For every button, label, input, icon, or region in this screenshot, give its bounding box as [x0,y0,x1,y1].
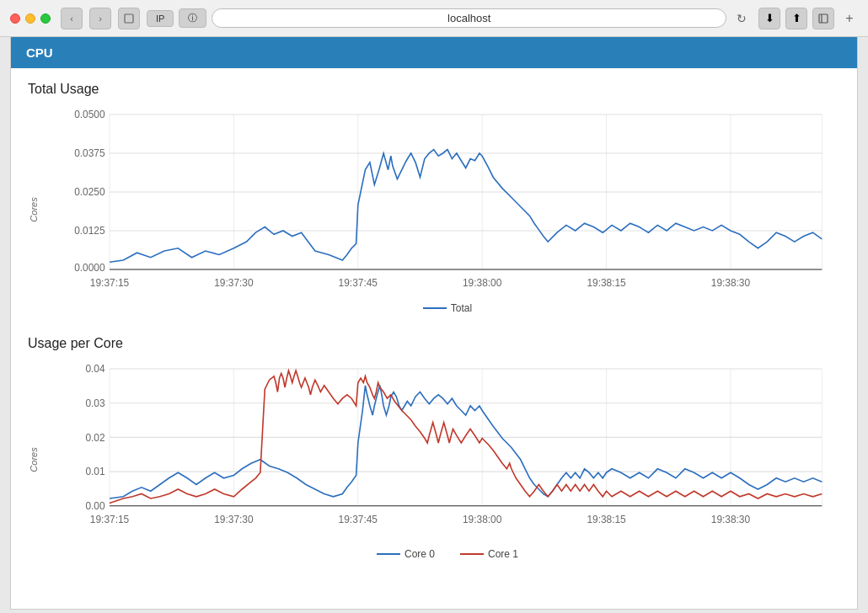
forward-button[interactable]: › [89,8,111,29]
total-usage-chart: 0.0500 0.0375 0.0250 0.0125 0.0000 19:37… [55,105,840,299]
svg-text:19:38:00: 19:38:00 [463,514,502,525]
svg-text:0.0000: 0.0000 [74,262,105,274]
svg-text:19:37:15: 19:37:15 [90,277,130,289]
cpu-header: CPU [11,37,857,68]
window-mode-button[interactable] [118,8,140,29]
address-bar[interactable]: localhost [212,8,726,28]
page-content: CPU Total Usage Cores [10,37,858,610]
svg-text:0.02: 0.02 [85,432,105,444]
svg-text:19:37:15: 19:37:15 [90,514,130,525]
svg-text:19:37:45: 19:37:45 [339,514,378,525]
total-usage-legend: Total [55,302,840,314]
svg-text:0.04: 0.04 [85,363,105,375]
svg-text:0.00: 0.00 [85,500,105,512]
svg-text:0.0375: 0.0375 [74,147,105,159]
core0-legend-item: Core 0 [377,548,435,560]
core1-legend-item: Core 1 [460,548,518,560]
browser-chrome: ‹ › IP ⓘ localhost ↻ ⬇ ⬆ + [0,0,868,37]
sidebar-button[interactable] [812,8,834,29]
core1-legend-line [460,553,484,555]
url-bar-area: IP ⓘ localhost ↻ [147,8,752,29]
svg-text:19:38:30: 19:38:30 [711,277,751,289]
maximize-button[interactable] [40,13,51,24]
svg-text:19:37:30: 19:37:30 [214,277,254,289]
usage-per-core-section: Usage per Core Cores [11,322,857,568]
toolbar-right: ⬇ ⬆ [758,8,834,29]
core0-legend-label: Core 0 [405,548,435,560]
svg-text:19:38:30: 19:38:30 [711,514,751,525]
ip-button[interactable]: IP [147,10,174,27]
share-button[interactable]: ⬆ [785,8,807,29]
close-button[interactable] [10,13,20,24]
svg-text:19:38:00: 19:38:00 [463,277,502,289]
svg-text:0.0125: 0.0125 [74,225,105,237]
core0-legend-line [377,553,400,555]
download-button[interactable]: ⬇ [758,8,780,29]
minimize-button[interactable] [25,13,35,24]
svg-rect-0 [125,14,133,23]
total-usage-y-label: Cores [29,197,39,221]
svg-text:19:38:15: 19:38:15 [587,514,626,525]
refresh-button[interactable]: ↻ [731,8,752,29]
svg-text:0.03: 0.03 [85,397,105,409]
svg-text:0.01: 0.01 [85,466,105,477]
total-legend-label: Total [451,302,472,314]
svg-text:0.0250: 0.0250 [74,186,105,198]
svg-text:19:37:45: 19:37:45 [339,277,378,289]
usage-per-core-title: Usage per Core [28,336,840,351]
usage-per-core-chart: 0.04 0.03 0.02 0.01 0.00 19:37:15 19:37:… [55,360,840,545]
svg-text:0.0500: 0.0500 [74,109,105,120]
traffic-lights [10,13,51,24]
per-core-y-label: Cores [29,447,39,472]
back-button[interactable]: ‹ [61,8,83,29]
total-usage-title: Total Usage [28,82,840,97]
total-legend-line [423,307,447,309]
total-legend-item: Total [423,302,472,314]
per-core-legend: Core 0 Core 1 [55,548,840,560]
svg-rect-1 [819,14,828,23]
svg-text:19:37:30: 19:37:30 [214,514,254,525]
new-tab-button[interactable]: + [841,10,858,27]
info-button[interactable]: ⓘ [179,8,206,28]
svg-text:19:38:15: 19:38:15 [587,277,626,289]
core1-legend-label: Core 1 [488,548,518,560]
total-usage-section: Total Usage Cores [11,68,857,322]
